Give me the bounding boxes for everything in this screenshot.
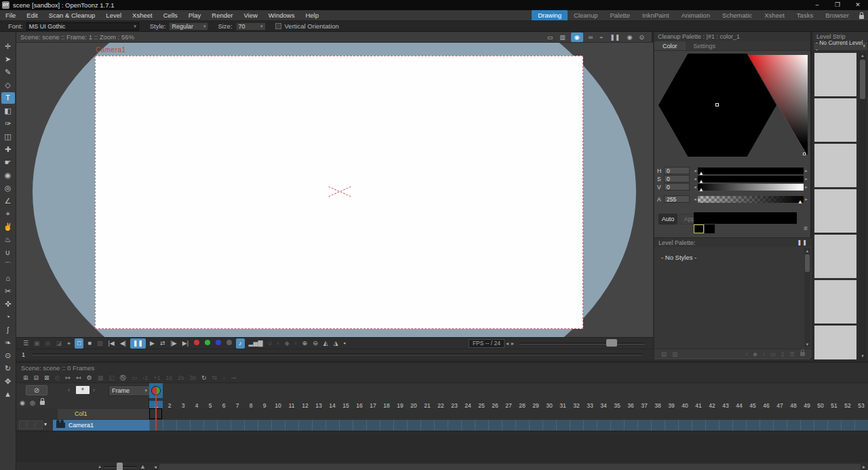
level-frame-thumbnail[interactable] bbox=[814, 53, 856, 96]
slider-left-arrow-icon[interactable]: ◂ bbox=[692, 184, 698, 190]
fill-cells-icon[interactable]: ▦ bbox=[95, 374, 106, 383]
zoom-in-button[interactable]: ⊕ bbox=[300, 338, 311, 349]
pause-button[interactable]: ❚❚ bbox=[130, 338, 146, 349]
note-icon[interactable]: Ⓝ bbox=[117, 374, 129, 383]
red-channel-button[interactable] bbox=[191, 338, 202, 349]
first-frame-button[interactable]: |◀ bbox=[105, 338, 117, 349]
new-vector-level-icon[interactable]: ⊠ bbox=[41, 374, 52, 383]
tab-settings[interactable]: Settings bbox=[686, 41, 724, 50]
skeleton-tool[interactable]: ✜ bbox=[1, 298, 16, 311]
slider-left-arrow-icon[interactable]: ◂ bbox=[692, 176, 698, 182]
preview-visible-icon[interactable]: ◉ bbox=[20, 398, 25, 408]
shift-up-icon[interactable]: +1 bbox=[151, 374, 163, 383]
level-frame-thumbnail[interactable] bbox=[814, 189, 856, 233]
level-strip-scrollbar[interactable]: ▲ ▼ bbox=[859, 53, 866, 359]
last-frame-button[interactable]: ▶| bbox=[180, 338, 191, 349]
cleanup-palette-header[interactable]: Cleanup Palette : |#1 : color_1 bbox=[654, 32, 810, 41]
matte-channel-button[interactable] bbox=[224, 338, 235, 349]
ruler-tool[interactable]: ∠ bbox=[1, 195, 16, 208]
rooms-lock-icon[interactable] bbox=[859, 9, 864, 22]
room-tab-browser[interactable]: Browser bbox=[819, 10, 855, 20]
level-frame-thumbnail[interactable] bbox=[814, 144, 856, 187]
table-view-icon[interactable]: ▥ bbox=[556, 33, 569, 42]
room-tab-palette[interactable]: Palette bbox=[604, 10, 636, 20]
key-icon[interactable]: ◆ bbox=[750, 351, 760, 357]
pinch-tool[interactable]: ✌ bbox=[1, 220, 16, 233]
swing-icon[interactable]: ⇆ bbox=[210, 374, 220, 383]
tracker-tool[interactable]: ◔ bbox=[1, 311, 16, 324]
save-snapshot-button[interactable]: ◎ bbox=[43, 338, 54, 349]
channel-slider-s[interactable]: ▲ bbox=[698, 176, 804, 182]
menu-render[interactable]: Render bbox=[206, 10, 238, 21]
font-combobox[interactable]: MS UI Gothic ▾ bbox=[26, 22, 139, 31]
toolbar-expand-tool[interactable]: ▲ bbox=[1, 388, 16, 401]
shift-down-icon[interactable]: -1 bbox=[140, 374, 151, 383]
frame-ruler[interactable]: 1234567891011121314151617181920212223242… bbox=[149, 398, 868, 408]
camera-test-icon[interactable]: ⌁ bbox=[596, 33, 606, 42]
scroll-up-icon[interactable]: ▲ bbox=[804, 248, 810, 254]
key-button[interactable]: ◆ bbox=[282, 338, 292, 349]
channel-value-field[interactable]: 255 bbox=[664, 195, 690, 203]
checkered-background-button[interactable]: ▨ bbox=[94, 338, 106, 349]
paint-brush-tool[interactable]: ✑ bbox=[1, 117, 16, 130]
preview-icon[interactable]: ◉ bbox=[624, 33, 636, 42]
increase-step-icon[interactable]: ↓ bbox=[220, 374, 229, 383]
save-images-button[interactable]: ▣ bbox=[31, 338, 43, 349]
scroll-down-icon[interactable]: ▼ bbox=[859, 353, 866, 359]
selection-tool[interactable]: ➤ bbox=[1, 53, 16, 66]
maximize-button[interactable]: ❐ bbox=[827, 0, 848, 10]
cutter-tool[interactable]: ✂ bbox=[1, 285, 16, 298]
zoom-out-button[interactable]: ⊖ bbox=[310, 338, 321, 349]
minimize-button[interactable]: – bbox=[807, 0, 827, 10]
camera-row-cell[interactable] bbox=[35, 420, 43, 429]
control-point-editor-tool[interactable]: ⌖ bbox=[1, 208, 16, 220]
reset-view-button[interactable]: ▪ bbox=[341, 338, 349, 349]
viewer-canvas[interactable]: Camera1 bbox=[16, 43, 653, 337]
open-sub-xsheet-icon[interactable]: ↤ bbox=[73, 374, 84, 383]
locator-button[interactable]: ◌ bbox=[265, 338, 274, 349]
cell-mark-icon[interactable]: ◱ bbox=[106, 374, 117, 383]
magnet-tool[interactable]: ∪ bbox=[1, 246, 16, 259]
fps-field[interactable]: FPS -- / 24 bbox=[469, 339, 505, 348]
menu-help[interactable]: Help bbox=[300, 10, 324, 21]
frame-range-icon[interactable]: ▭ bbox=[129, 374, 140, 383]
add-memo-button[interactable]: + bbox=[76, 386, 90, 394]
freeze-palette-icon[interactable]: ❚❚ bbox=[797, 238, 808, 247]
hand-tool[interactable]: ✥ bbox=[1, 375, 16, 388]
bender-tool[interactable]: ⌒ bbox=[1, 259, 16, 272]
tab-color[interactable]: Color bbox=[654, 41, 686, 50]
playhead-line[interactable] bbox=[155, 387, 157, 431]
type-tool[interactable]: T bbox=[1, 92, 15, 104]
size-combobox[interactable]: 70 ▾ bbox=[236, 22, 266, 31]
fps-increase-button[interactable]: ▸ bbox=[510, 340, 515, 347]
slider-thumb[interactable]: ▲ bbox=[698, 187, 704, 193]
previous-key-button[interactable]: ‹ bbox=[275, 338, 282, 349]
menu-windows[interactable]: Windows bbox=[263, 10, 300, 21]
channel-slider-a[interactable]: ▲ bbox=[698, 196, 804, 203]
camstand-view-icon[interactable]: ▭ bbox=[544, 33, 557, 42]
menu-level[interactable]: Level bbox=[100, 10, 127, 21]
geometric-tool[interactable]: ◇ bbox=[1, 79, 16, 92]
xsheet-zoom-thumb[interactable] bbox=[117, 463, 123, 470]
palette-menu-icon[interactable]: ☰ bbox=[787, 351, 797, 357]
channel-value-field[interactable]: 0 bbox=[664, 183, 690, 191]
freeze-icon[interactable]: ❚❚ bbox=[607, 33, 624, 42]
next-key-icon[interactable]: › bbox=[760, 351, 768, 357]
step-1-icon[interactable]: 1s bbox=[163, 374, 176, 383]
zoom-out-small-icon[interactable]: ▲ bbox=[98, 465, 102, 469]
new-raster-level-icon[interactable]: ⊟ bbox=[31, 374, 42, 383]
level-palette-scrollbar[interactable]: ▲ ▼ bbox=[804, 248, 810, 347]
zoom-in-large-icon[interactable]: ▲ bbox=[140, 463, 146, 470]
room-tab-inknpaint[interactable]: InknPaint bbox=[636, 10, 675, 20]
style-swatch[interactable] bbox=[705, 224, 715, 233]
xsheet-empty-area[interactable] bbox=[16, 431, 868, 461]
green-channel-button[interactable] bbox=[202, 338, 213, 349]
room-tab-xsheet[interactable]: Xsheet bbox=[758, 10, 791, 20]
previous-frame-button[interactable]: ◀| bbox=[117, 338, 129, 349]
rgb-picker-tool[interactable]: ◉ bbox=[1, 169, 16, 182]
zoom-tool[interactable]: ⊙ bbox=[1, 349, 16, 362]
camera-track-band[interactable] bbox=[149, 420, 868, 431]
room-tab-cleanup[interactable]: Cleanup bbox=[568, 10, 604, 20]
slider-left-arrow-icon[interactable]: ◂ bbox=[692, 197, 698, 202]
menu-file[interactable]: File bbox=[0, 10, 21, 21]
